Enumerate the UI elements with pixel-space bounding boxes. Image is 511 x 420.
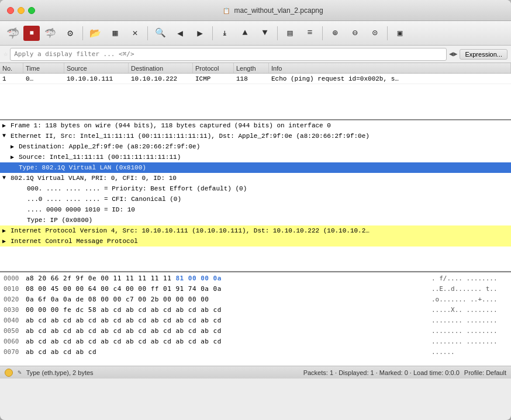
last-packet-button[interactable]: ▼ [255, 25, 274, 42]
expand-ipv4-icon[interactable]: ▶ [2, 227, 11, 234]
detail-row-priority[interactable]: 000. .... .... .... = Priority: Best Eff… [0, 183, 511, 194]
status-bar: ✎ Type (eth.type), 2 bytes Packets: 1 · … [0, 366, 511, 379]
detail-row-8021q[interactable]: ▼ 802.1Q Virtual VLAN, PRI: 0, CFI: 0, I… [0, 173, 511, 183]
hex-bytes: ab cd ab cd ab cd ab cd ab cd ab cd ab c… [26, 317, 431, 324]
hex-row: 0060 ab cd ab cd ab cd ab cd ab cd ab cd… [0, 336, 511, 346]
no-expand-id [19, 206, 27, 213]
detail-text-type-ip: Type: IP (0x0800) [27, 217, 92, 224]
detail-text-frame: Frame 1: 118 bytes on wire (944 bits), 1… [11, 122, 331, 129]
capture-stop-button[interactable]: ■ [23, 26, 40, 41]
zoom-in-button[interactable]: ⊕ [326, 25, 344, 42]
hex-bytes: ab cd ab cd ab cd [26, 348, 431, 356]
edit-icon[interactable]: ✎ [18, 369, 22, 376]
detail-row-icmp[interactable]: ▶ Internet Control Message Protocol [0, 236, 511, 247]
hex-bytes: 0a 6f 0a 0a de 08 00 00 c7 00 2b 00 00 0… [26, 296, 431, 303]
detail-row-dst[interactable]: ▶ Destination: Apple_2f:9f:0e (a8:20:66:… [0, 141, 511, 152]
detail-row-src[interactable]: ▶ Source: Intel_11:11:11 (00:11:11:11:11… [0, 152, 511, 162]
detail-text-dst: Destination: Apple_2f:9f:0e (a8:20:66:2f… [19, 143, 200, 150]
toolbar: 🦈 ■ 🦈 ⚙ 📂 ▦ ✕ 🔍 ◀ ▶ ⇥ ▲ ▼ ▤ ≡ [0, 21, 511, 46]
hex-ascii: ........ ........ [431, 317, 507, 324]
expand-src-icon[interactable]: ▶ [11, 154, 19, 161]
detail-text-type: Type: 802.1Q Virtual LAN (0x8100) [19, 164, 146, 171]
first-packet-button[interactable]: ▲ [236, 25, 254, 42]
hex-offset: 0020 [4, 296, 26, 303]
separator5 [322, 26, 323, 40]
hex-ascii: ........ ........ [431, 338, 507, 345]
filter-input[interactable] [10, 48, 447, 61]
cell-destination: 10.10.10.222 [129, 75, 193, 82]
hex-row: 0030 00 00 00 fe dc 58 ab cd ab cd ab cd… [0, 304, 511, 315]
hex-dump[interactable]: 0000 a8 20 66 2f 9f 0e 00 11 11 11 11 11… [0, 272, 511, 366]
resize-columns-button[interactable]: ▣ [391, 25, 409, 42]
detail-row-id[interactable]: .... 0000 0000 1010 = ID: 10 [0, 204, 511, 215]
detail-row-frame[interactable]: ▶ Frame 1: 118 bytes on wire (944 bits),… [0, 120, 511, 131]
detail-row-type-ip[interactable]: Type: IP (0x0800) [0, 215, 511, 225]
capture-options-button[interactable]: ⚙ [61, 25, 80, 42]
cell-no: 1 [0, 75, 23, 82]
expand-ethernet-icon[interactable]: ▼ [2, 133, 11, 139]
no-expand-priority [19, 185, 27, 192]
expand-frame-icon[interactable]: ▶ [2, 122, 11, 129]
filter-bar: ☆ ◀▶ Expression... [0, 46, 511, 63]
packet-table: No. Time Source Destination Protocol Len… [0, 63, 511, 120]
save-file-button[interactable]: ▦ [106, 25, 125, 42]
close-button[interactable] [7, 7, 14, 14]
hex-bytes: ab cd ab cd ab cd ab cd ab cd ab cd ab c… [26, 327, 431, 335]
hex-offset: 0010 [4, 285, 26, 293]
zoom-out-button[interactable]: ⊖ [346, 25, 364, 42]
hex-ascii: ........ ........ [431, 327, 507, 335]
zoom-reset-button[interactable]: ⊙ [365, 25, 384, 42]
packet-table-empty [0, 84, 511, 119]
detail-row-cfi[interactable]: ...0 .... .... .... = CFI: Canonical (0) [0, 194, 511, 204]
expand-8021q-icon[interactable]: ▼ [2, 175, 11, 181]
cell-time: 0… [23, 75, 64, 82]
maximize-button[interactable] [28, 7, 35, 14]
status-profile: Profile: Default [464, 369, 506, 376]
hex-row: 0020 0a 6f 0a 0a de 08 00 00 c7 00 2b 00… [0, 294, 511, 304]
status-type-info: Type (eth.type), 2 bytes [26, 369, 299, 376]
apply-filter-button[interactable]: ▤ [281, 25, 299, 42]
back-button[interactable]: ◀ [171, 25, 189, 42]
detail-text-cfi: ...0 .... .... .... = CFI: Canonical (0) [27, 196, 181, 203]
col-header-length[interactable]: Length [234, 63, 269, 73]
packet-detail[interactable]: ▶ Frame 1: 118 bytes on wire (944 bits),… [0, 120, 511, 272]
hex-ascii: .o....... ..+.... [431, 296, 507, 303]
detail-row-ethernet[interactable]: ▼ Ethernet II, Src: Intel_11:11:11 (00:1… [0, 131, 511, 141]
expand-dst-icon[interactable]: ▶ [11, 143, 19, 150]
find-button[interactable]: 🔍 [151, 25, 170, 42]
hex-bytes: 00 00 00 fe dc 58 ab cd ab cd ab cd ab c… [26, 306, 431, 314]
hex-row: 0040 ab cd ab cd ab cd ab cd ab cd ab cd… [0, 315, 511, 325]
expression-button[interactable]: Expression... [460, 49, 507, 60]
file-icon: 📋 [223, 8, 230, 14]
open-file-button[interactable]: 📂 [86, 25, 105, 42]
close-file-button[interactable]: ✕ [126, 25, 144, 42]
filter-history-arrow[interactable]: ◀▶ [449, 50, 457, 58]
goto-packet-button[interactable]: ⇥ [216, 24, 234, 43]
col-header-source[interactable]: Source [64, 63, 129, 73]
separator2 [147, 26, 148, 40]
capture-start-button[interactable]: 🦈 [4, 25, 22, 42]
detail-row-type[interactable]: Type: 802.1Q Virtual LAN (0x8100) [0, 162, 511, 173]
col-header-time[interactable]: Time [23, 63, 64, 73]
capture-restart-button[interactable]: 🦈 [41, 25, 60, 42]
forward-button[interactable]: ▶ [191, 25, 209, 42]
detail-text-priority: 000. .... .... .... = Priority: Best Eff… [27, 185, 247, 192]
cell-source: 10.10.10.111 [64, 75, 129, 82]
hex-ascii: . f/.... ........ [431, 275, 507, 282]
bookmark-icon[interactable]: ☆ [4, 50, 8, 58]
col-header-info[interactable]: Info [269, 63, 511, 73]
expand-type-icon[interactable] [11, 164, 19, 171]
cell-protocol: ICMP [193, 75, 234, 82]
hex-row: 0000 a8 20 66 2f 9f 0e 00 11 11 11 11 11… [0, 273, 511, 283]
hex-row: 0070 ab cd ab cd ab cd ...... [0, 346, 511, 357]
col-header-protocol[interactable]: Protocol [193, 63, 234, 73]
expand-icmp-icon[interactable]: ▶ [2, 238, 11, 245]
detail-row-ipv4[interactable]: ▶ Internet Protocol Version 4, Src: 10.1… [0, 225, 511, 236]
table-row[interactable]: 1 0… 10.10.10.111 10.10.10.222 ICMP 118 … [0, 74, 511, 84]
col-header-no[interactable]: No. [0, 63, 23, 73]
hex-offset: 0060 [4, 338, 26, 345]
col-header-destination[interactable]: Destination [129, 63, 193, 73]
colorize-button[interactable]: ≡ [301, 25, 319, 42]
main-window: 📋 mac_without_vlan_2.pcapng 🦈 ■ 🦈 ⚙ 📂 ▦ … [0, 0, 511, 420]
minimize-button[interactable] [18, 7, 25, 14]
